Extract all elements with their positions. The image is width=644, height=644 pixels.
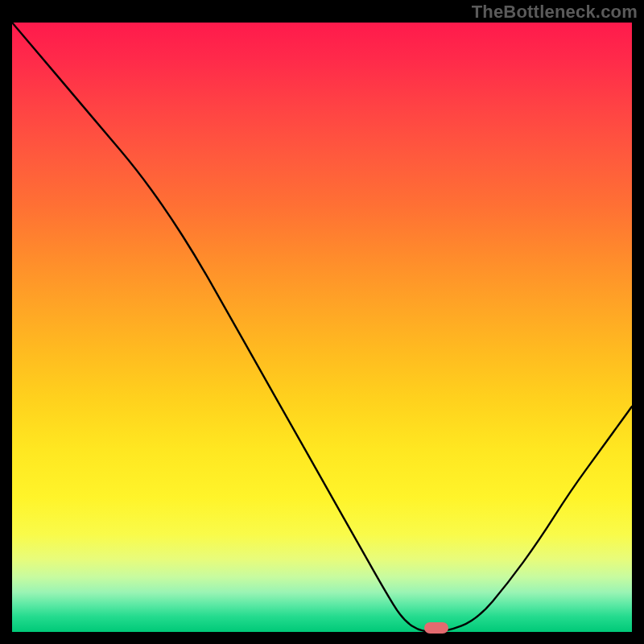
bottleneck-curve xyxy=(12,23,632,632)
optimal-point-marker xyxy=(424,622,448,634)
chart-frame: TheBottleneck.com xyxy=(0,0,644,644)
watermark-text: TheBottleneck.com xyxy=(472,2,638,23)
plot-area xyxy=(12,23,632,632)
